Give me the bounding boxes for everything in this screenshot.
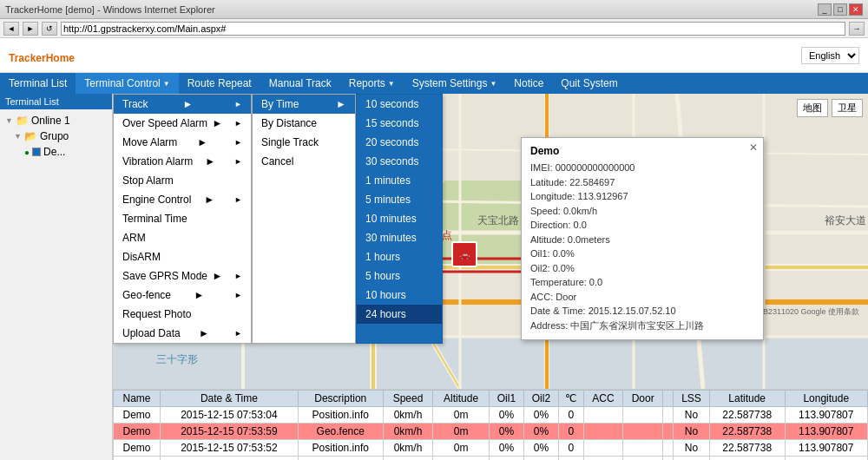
table-cell — [583, 457, 622, 461]
menu-item-engine[interactable]: Engine Control ► — [114, 190, 251, 209]
nav-route-repeat[interactable]: Route Repeat — [179, 73, 260, 94]
nav-reports[interactable]: Reports ▼ — [340, 73, 404, 94]
tree-item-subgroup[interactable]: ▼ 📂 Grupo — [0, 128, 112, 144]
back-button[interactable]: ◄ — [3, 22, 19, 36]
go-button[interactable]: → — [849, 22, 865, 36]
close-button[interactable]: ✕ — [849, 3, 863, 16]
table-row[interactable]: Demo2015-12-15 07:53:52Position.info0km/… — [114, 440, 868, 457]
menu-item-10s[interactable]: 10 seconds — [357, 95, 442, 114]
menu-item-30m[interactable]: 30 minutes — [357, 228, 442, 247]
menu-10s-label: 10 seconds — [365, 98, 418, 110]
menu-1m-label: 1 minutes — [365, 174, 411, 187]
menu-item-stop-alarm[interactable]: Stop Alarm — [114, 171, 251, 190]
table-cell — [663, 424, 674, 440]
table-cell: 0km/h — [383, 407, 433, 424]
info-popup-direction: Direction: 0.0 — [530, 218, 754, 233]
menu-item-request-photo[interactable]: Request Photo — [114, 305, 251, 324]
sidebar: Terminal List ▼ 📁 Online 1 ▼ 📂 Grupo ● D… — [0, 94, 113, 460]
table-cell — [623, 424, 663, 440]
menu-item-10m[interactable]: 10 minutes — [357, 209, 442, 228]
info-popup-close[interactable]: ✕ — [749, 141, 758, 154]
table-cell — [583, 440, 622, 457]
info-popup-speed: Speed: 0.0km/h — [530, 204, 754, 219]
menu-item-disarm[interactable]: DisARM — [114, 247, 251, 266]
menu-over-speed-arrow: ► — [213, 117, 223, 129]
menu-level3: 10 seconds 15 seconds 20 seconds 30 seco… — [356, 94, 443, 344]
info-popup-title: Demo — [530, 145, 754, 157]
nav-terminal-control-label: Terminal Control — [84, 77, 160, 89]
menu-over-speed-label: Over Speed Alarm — [122, 117, 207, 129]
table-body: Demo2015-12-15 07:53:04Position.info0km/… — [114, 407, 868, 461]
satellite-view-button[interactable]: 卫星 — [832, 99, 863, 117]
menu-stop-alarm-label: Stop Alarm — [122, 174, 174, 187]
refresh-button[interactable]: ↺ — [42, 22, 57, 36]
col-lss: LSS — [674, 391, 710, 407]
menu-item-over-speed[interactable]: Over Speed Alarm ► — [114, 114, 251, 133]
nav-system-settings[interactable]: System Settings ▼ — [404, 73, 506, 94]
tree-item-device[interactable]: ● De... — [0, 144, 112, 160]
nav-reports-label: Reports — [349, 77, 385, 89]
menu-30m-label: 30 minutes — [365, 232, 417, 244]
forward-button[interactable]: ► — [23, 22, 38, 36]
map-view-button[interactable]: 地图 — [797, 99, 828, 117]
menu-item-5m[interactable]: 5 minutes — [357, 190, 442, 209]
device-checkbox[interactable] — [32, 148, 41, 156]
menu-item-terminal-time[interactable]: Terminal Time — [114, 209, 251, 228]
nav-manual-track[interactable]: Manual Track — [260, 73, 340, 94]
menu-item-move-alarm[interactable]: Move Alarm ► — [114, 133, 251, 152]
menu-item-single-track[interactable]: Single Track — [253, 133, 355, 152]
map-container[interactable]: 福田路 宝安大道 兴华路 站前路 兴华二路 深圳市保税区管理局 天宝北路 望仙大… — [113, 94, 868, 389]
menu-disarm-label: DisARM — [122, 251, 161, 263]
info-popup-datetime: Date & Time: 2015.12.15.07.52.10 — [530, 304, 754, 319]
menu-item-by-distance[interactable]: By Distance — [253, 114, 355, 133]
menu-item-1m[interactable]: 1 minutes — [357, 171, 442, 190]
info-popup-latitude: Latitude: 22.584697 — [530, 175, 754, 190]
window-controls[interactable]: _ □ ✕ — [818, 3, 863, 16]
nav-route-repeat-label: Route Repeat — [187, 77, 252, 89]
table-container: Name Date & Time Description Speed Altit… — [113, 389, 868, 460]
menu-5m-label: 5 minutes — [365, 194, 411, 206]
menu-item-by-time[interactable]: By Time ► — [253, 95, 355, 114]
menu-single-track-label: Single Track — [261, 136, 319, 148]
menu-item-30s[interactable]: 30 seconds — [357, 152, 442, 171]
language-select[interactable]: English — [801, 47, 859, 64]
table-row[interactable]: Demo2015-12-15 07:53:59Geo.fence0km/h0m0… — [114, 424, 868, 440]
minimize-button[interactable]: _ — [818, 3, 832, 16]
table-row[interactable]: Demo2015-12-15 07:52:10Position.info0km/… — [114, 457, 868, 461]
address-input[interactable] — [61, 22, 845, 36]
menu-item-1h[interactable]: 1 hours — [357, 247, 442, 266]
table-row[interactable]: Demo2015-12-15 07:53:04Position.info0km/… — [114, 407, 868, 424]
nav-terminal-list[interactable]: Terminal List — [0, 73, 76, 94]
table-cell: 0km/h — [383, 457, 433, 461]
table-cell: 2015-12-15 07:53:52 — [161, 440, 299, 457]
menu-item-vibration[interactable]: Vibration Alarm ► — [114, 152, 251, 171]
menu-item-track[interactable]: Track ► — [114, 95, 251, 114]
tree-item-group[interactable]: ▼ 📁 Online 1 — [0, 113, 112, 128]
col-acc: ACC — [583, 391, 622, 407]
col-description: Description — [298, 391, 383, 407]
table-cell: Geo.fence — [298, 424, 383, 440]
menu-item-save-gprs[interactable]: Save GPRS Mode ► — [114, 266, 251, 286]
table-cell: 0% — [489, 407, 523, 424]
svg-text:裕安大道: 裕安大道 — [825, 214, 866, 227]
col-latitude: Latitude — [709, 391, 785, 407]
menu-item-cancel[interactable]: Cancel — [253, 152, 355, 171]
menu-item-20s[interactable]: 20 seconds — [357, 133, 442, 152]
menu-item-10h[interactable]: 10 hours — [357, 286, 442, 305]
nav-terminal-control[interactable]: Terminal Control ▼ — [76, 73, 178, 94]
menu-item-5h[interactable]: 5 hours — [357, 266, 442, 286]
menu-item-arm[interactable]: ARM — [114, 228, 251, 247]
menu-15s-label: 15 seconds — [365, 117, 418, 129]
menu-geo-fence-label: Geo-fence — [122, 289, 171, 301]
menu-arm-label: ARM — [122, 232, 146, 244]
menu-item-upload-data[interactable]: Upload Data ► — [114, 324, 251, 343]
menu-item-geo-fence[interactable]: Geo-fence ► — [114, 286, 251, 305]
table-cell: Demo — [114, 424, 161, 440]
nav-notice[interactable]: Notice — [505, 73, 552, 94]
maximize-button[interactable]: □ — [833, 3, 847, 16]
table-cell: 0m — [433, 407, 490, 424]
nav-quit-system[interactable]: Quit System — [552, 73, 626, 94]
menu-item-15s[interactable]: 15 seconds — [357, 114, 442, 133]
menu-item-24h[interactable]: 24 hours — [357, 305, 442, 324]
menu-20s-label: 20 seconds — [365, 136, 418, 148]
